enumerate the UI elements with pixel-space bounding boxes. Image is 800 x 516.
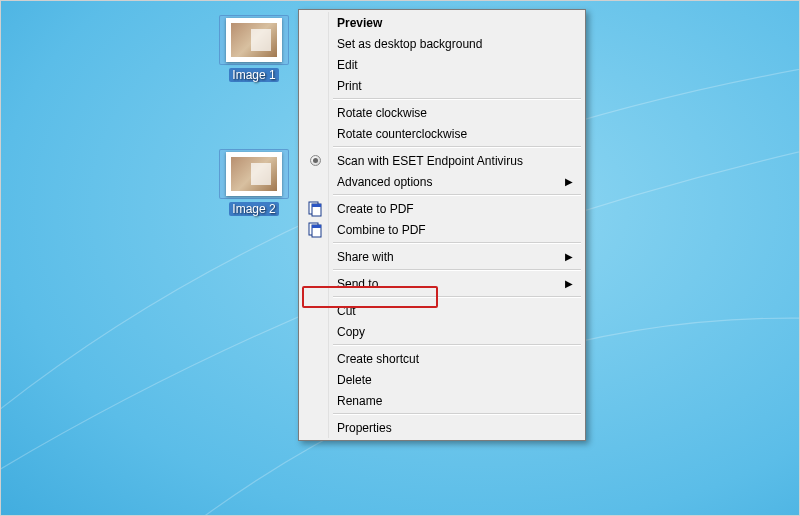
menu-separator: [333, 242, 581, 244]
menu-label: Rotate clockwise: [337, 106, 427, 120]
menu-separator: [333, 296, 581, 298]
context-menu: Preview Set as desktop background Edit P…: [298, 9, 586, 441]
menu-label: Share with: [337, 250, 394, 264]
menu-share-with[interactable]: Share with ▶: [301, 246, 583, 267]
menu-separator: [333, 413, 581, 415]
menu-label: Preview: [337, 16, 382, 30]
submenu-arrow-icon: ▶: [565, 177, 573, 187]
pdf-icon: [307, 222, 323, 238]
radio-icon: [307, 153, 323, 169]
icon-label: Image 1: [229, 68, 278, 82]
menu-copy[interactable]: Copy: [301, 321, 583, 342]
menu-label: Properties: [337, 421, 392, 435]
menu-cut[interactable]: Cut: [301, 300, 583, 321]
menu-advanced-options[interactable]: Advanced options ▶: [301, 171, 583, 192]
menu-label: Print: [337, 79, 362, 93]
menu-label: Create to PDF: [337, 202, 414, 216]
menu-label: Create shortcut: [337, 352, 419, 366]
menu-label: Scan with ESET Endpoint Antivirus: [337, 154, 523, 168]
submenu-arrow-icon: ▶: [565, 252, 573, 262]
menu-label: Set as desktop background: [337, 37, 482, 51]
svg-rect-5: [312, 225, 321, 228]
menu-label: Rotate counterclockwise: [337, 127, 467, 141]
menu-print[interactable]: Print: [301, 75, 583, 96]
thumbnail-wrap: [219, 149, 289, 199]
thumbnail-wrap: [219, 15, 289, 65]
svg-rect-2: [312, 204, 321, 207]
thumbnail: [226, 18, 282, 62]
menu-edit[interactable]: Edit: [301, 54, 583, 75]
desktop-icon-image1[interactable]: Image 1: [219, 15, 289, 83]
pdf-icon: [307, 201, 323, 217]
menu-combine-to-pdf[interactable]: Combine to PDF: [301, 219, 583, 240]
menu-label: Advanced options: [337, 175, 432, 189]
menu-delete[interactable]: Delete: [301, 369, 583, 390]
submenu-arrow-icon: ▶: [565, 279, 573, 289]
menu-label: Copy: [337, 325, 365, 339]
thumbnail: [226, 152, 282, 196]
menu-rename[interactable]: Rename: [301, 390, 583, 411]
icon-label: Image 2: [229, 202, 278, 216]
menu-label: Edit: [337, 58, 358, 72]
menu-label: Delete: [337, 373, 372, 387]
menu-send-to[interactable]: Send to ▶: [301, 273, 583, 294]
menu-separator: [333, 269, 581, 271]
menu-set-desktop-background[interactable]: Set as desktop background: [301, 33, 583, 54]
menu-label: Rename: [337, 394, 382, 408]
menu-rotate-counterclockwise[interactable]: Rotate counterclockwise: [301, 123, 583, 144]
menu-label: Combine to PDF: [337, 223, 426, 237]
menu-separator: [333, 98, 581, 100]
menu-separator: [333, 194, 581, 196]
menu-separator: [333, 146, 581, 148]
menu-label: Cut: [337, 304, 356, 318]
menu-label: Send to: [337, 277, 378, 291]
menu-create-to-pdf[interactable]: Create to PDF: [301, 198, 583, 219]
menu-preview[interactable]: Preview: [301, 12, 583, 33]
menu-create-shortcut[interactable]: Create shortcut: [301, 348, 583, 369]
menu-rotate-clockwise[interactable]: Rotate clockwise: [301, 102, 583, 123]
menu-separator: [333, 344, 581, 346]
desktop-icon-image2[interactable]: Image 2: [219, 149, 289, 217]
menu-scan-eset[interactable]: Scan with ESET Endpoint Antivirus: [301, 150, 583, 171]
menu-properties[interactable]: Properties: [301, 417, 583, 438]
